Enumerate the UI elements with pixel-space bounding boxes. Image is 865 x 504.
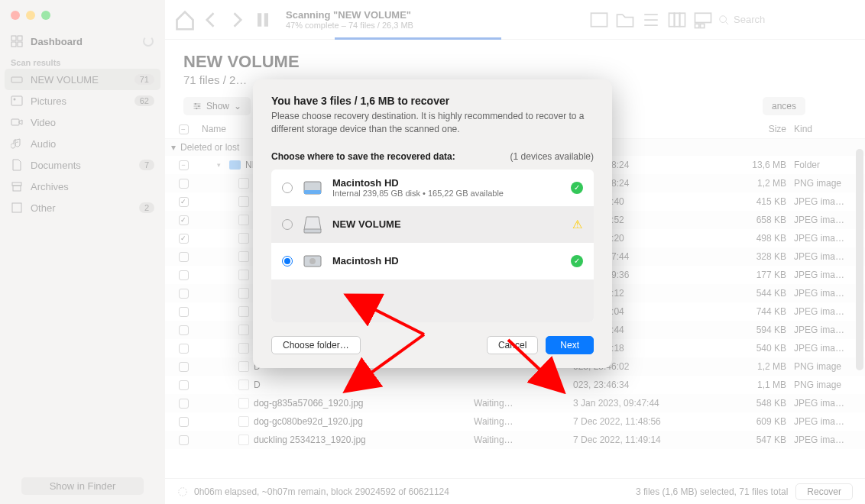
devices-available: (1 devices available) [510, 151, 594, 162]
hard-drive-icon [302, 250, 323, 272]
hard-drive-icon [302, 177, 323, 199]
destination-subtitle: Internal 239,85 GB disk • 165,22 GB avai… [332, 189, 562, 198]
check-icon: ✓ [571, 182, 583, 194]
check-icon: ✓ [571, 255, 583, 267]
cancel-button[interactable]: Cancel [487, 336, 538, 354]
destination-title: Macintosh HD [332, 255, 562, 267]
modal-overlay: You have 3 files / 1,6 MB to recover Ple… [0, 0, 865, 504]
radio-button[interactable] [282, 219, 293, 230]
svg-rect-27 [304, 229, 321, 233]
warning-icon: ⚠ [571, 218, 583, 231]
destination-option-new-volume[interactable]: NEW VOLUME ⚠ [271, 206, 594, 243]
choose-folder-button[interactable]: Choose folder… [271, 336, 361, 354]
radio-button[interactable] [282, 183, 293, 193]
next-button[interactable]: Next [546, 336, 594, 354]
external-drive-icon [302, 214, 323, 235]
modal-description: Please choose recovery destination. It i… [271, 110, 594, 136]
destination-option-macintosh-hd-internal[interactable]: Macintosh HD Internal 239,85 GB disk • 1… [271, 170, 594, 206]
modal-footer: Choose folder… Cancel Next [271, 336, 594, 354]
modal-title: You have 3 files / 1,6 MB to recover [271, 95, 594, 107]
radio-button-selected[interactable] [282, 256, 293, 267]
svg-point-29 [309, 258, 316, 264]
recovery-destination-modal: You have 3 files / 1,6 MB to recover Ple… [253, 79, 612, 368]
choose-label: Choose where to save the recovered data: [271, 151, 455, 162]
svg-rect-26 [304, 190, 321, 194]
destination-title: Macintosh HD [332, 177, 562, 189]
destination-title: NEW VOLUME [332, 218, 562, 230]
destination-list: Macintosh HD Internal 239,85 GB disk • 1… [271, 170, 594, 322]
destination-option-macintosh-hd[interactable]: Macintosh HD ✓ [271, 243, 594, 279]
destination-empty-slot [271, 279, 594, 322]
